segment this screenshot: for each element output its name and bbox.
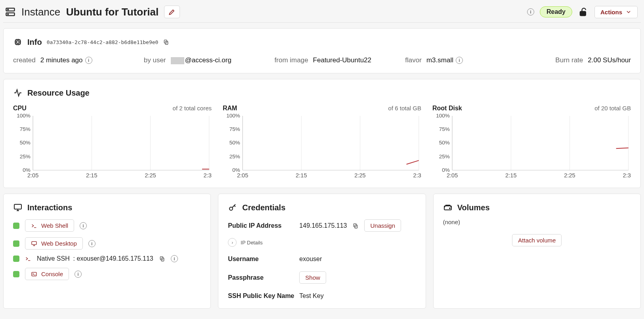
svg-text:100%: 100% bbox=[436, 113, 450, 119]
chart-sub: of 2 total cores bbox=[173, 105, 212, 112]
chart-sub: of 20 total GB bbox=[594, 105, 631, 112]
interaction-row: Console i bbox=[13, 268, 201, 280]
copy-ip-icon[interactable] bbox=[352, 223, 359, 229]
svg-point-2 bbox=[8, 9, 8, 10]
interactions-card: Interactions Web Shell i Web Desktop i N… bbox=[3, 194, 211, 309]
svg-text:25%: 25% bbox=[439, 154, 450, 160]
key-icon bbox=[228, 203, 237, 212]
svg-text:2:15: 2:15 bbox=[86, 172, 97, 179]
svg-text:2:25: 2:25 bbox=[564, 172, 575, 179]
svg-text:50%: 50% bbox=[20, 140, 31, 146]
ip-details-toggle[interactable]: › IP Details bbox=[228, 238, 416, 247]
page-title: Instance Ubuntu for Tutorial bbox=[21, 6, 159, 18]
info-icon[interactable]: i bbox=[85, 57, 92, 64]
status-dot bbox=[13, 240, 19, 247]
monitor-icon bbox=[13, 203, 23, 212]
chart-sub: of 6 total GB bbox=[388, 105, 421, 112]
web-desktop-icon bbox=[31, 240, 37, 247]
chevron-down-icon bbox=[625, 9, 632, 15]
volumes-title: Volumes bbox=[457, 203, 490, 212]
unlock-icon[interactable] bbox=[578, 6, 589, 17]
unassign-ip-button[interactable]: Unassign bbox=[364, 219, 401, 232]
svg-rect-5 bbox=[15, 40, 20, 44]
attach-volume-button[interactable]: Attach volume bbox=[512, 234, 562, 246]
status-dot bbox=[13, 256, 19, 262]
actions-menu-button[interactable]: Actions bbox=[594, 6, 638, 18]
svg-text:2:15: 2:15 bbox=[296, 172, 307, 179]
svg-text:75%: 75% bbox=[439, 127, 450, 133]
interaction-row: Native SSH : exouser@149.165.175.113 i bbox=[13, 255, 201, 262]
user-field: by user @access-ci.org bbox=[144, 56, 275, 64]
status-badge: Ready bbox=[540, 6, 572, 17]
web-shell-icon bbox=[31, 223, 37, 229]
instance-name: Ubuntu for Tutorial bbox=[66, 6, 159, 18]
info-icon[interactable]: i bbox=[88, 240, 96, 247]
svg-rect-55 bbox=[32, 241, 36, 244]
svg-text:25%: 25% bbox=[229, 154, 240, 160]
svg-point-63 bbox=[449, 208, 450, 209]
svg-text:2:15: 2:15 bbox=[505, 172, 516, 179]
info-title: Info bbox=[27, 38, 42, 47]
svg-text:50%: 50% bbox=[229, 140, 240, 146]
svg-text:75%: 75% bbox=[20, 127, 31, 133]
edit-name-button[interactable] bbox=[164, 6, 180, 18]
chevron-right-icon: › bbox=[228, 238, 237, 247]
chart-root-disk: Root Disk of 20 total GB 100%75%50%25%0%… bbox=[432, 105, 631, 179]
username-redacted bbox=[171, 57, 184, 64]
passphrase-label: Passphrase bbox=[228, 274, 299, 281]
credentials-title: Credentials bbox=[242, 203, 285, 212]
svg-text:2:25: 2:25 bbox=[145, 172, 156, 179]
console-icon bbox=[31, 271, 37, 277]
native-ssh-line: Native SSH : exouser@149.165.175.113 bbox=[37, 255, 153, 262]
chart-name: CPU bbox=[13, 105, 27, 112]
sshkey-label: SSH Public Key Name bbox=[228, 292, 299, 300]
interaction-row: Web Desktop i bbox=[13, 237, 201, 250]
info-card: Info 0a73340a-2c78-44c2-a882-b6d8e11be9e… bbox=[3, 28, 641, 73]
svg-text:2:35: 2:35 bbox=[413, 172, 421, 179]
svg-text:2:05: 2:05 bbox=[27, 172, 38, 179]
volumes-card: Volumes (none) Attach volume bbox=[433, 194, 641, 309]
show-passphrase-button[interactable]: Show bbox=[299, 271, 326, 284]
svg-text:2:05: 2:05 bbox=[237, 172, 248, 179]
copy-id-icon[interactable] bbox=[163, 39, 169, 45]
disk-icon bbox=[443, 203, 453, 212]
info-icon[interactable]: i bbox=[80, 222, 87, 229]
burn-rate-field: Burn rate 2.00 SUs/hour bbox=[555, 56, 631, 64]
interaction-row: Web Shell i bbox=[13, 219, 201, 232]
interaction-web-shell-button[interactable]: Web Shell bbox=[25, 219, 74, 232]
svg-text:75%: 75% bbox=[229, 127, 240, 133]
interaction-console-button[interactable]: Console bbox=[25, 268, 69, 280]
svg-text:100%: 100% bbox=[226, 113, 240, 119]
image-field: from image Featured-Ubuntu22 bbox=[275, 56, 405, 64]
info-icon[interactable]: i bbox=[456, 57, 463, 64]
chart-name: Root Disk bbox=[432, 105, 462, 112]
svg-text:50%: 50% bbox=[439, 140, 450, 146]
chart-name: RAM bbox=[223, 105, 237, 112]
ip-label: Public IP Address bbox=[228, 222, 299, 229]
info-icon[interactable]: i bbox=[171, 255, 178, 262]
info-icon[interactable]: i bbox=[75, 271, 82, 278]
interaction-web-desktop-button[interactable]: Web Desktop bbox=[25, 237, 83, 250]
ip-value: 149.165.175.113 bbox=[299, 222, 347, 229]
svg-text:2:05: 2:05 bbox=[447, 172, 458, 179]
info-icon[interactable]: i bbox=[527, 8, 534, 15]
copy-ssh-icon[interactable] bbox=[159, 256, 165, 262]
svg-point-3 bbox=[8, 14, 8, 15]
page-header: Instance Ubuntu for Tutorial i Ready Act… bbox=[3, 3, 641, 23]
svg-text:25%: 25% bbox=[20, 154, 31, 160]
credentials-card: Credentials Public IP Address 149.165.17… bbox=[218, 194, 426, 309]
interactions-title: Interactions bbox=[27, 203, 72, 212]
sshkey-value: Test Key bbox=[299, 292, 416, 300]
username-value: exouser bbox=[299, 256, 416, 263]
svg-rect-58 bbox=[32, 272, 36, 276]
svg-text:100%: 100% bbox=[17, 113, 31, 119]
created-field: created 2 minutes ago i bbox=[13, 56, 144, 64]
svg-text:2:35: 2:35 bbox=[623, 172, 631, 179]
svg-rect-54 bbox=[14, 204, 21, 209]
chart-ram: RAM of 6 total GB 100%75%50%25%0%2:052:1… bbox=[223, 105, 421, 179]
usage-title: Resource Usage bbox=[27, 88, 90, 98]
volumes-empty: (none) bbox=[443, 219, 631, 225]
activity-icon bbox=[13, 88, 23, 98]
svg-text:2:35: 2:35 bbox=[204, 172, 212, 179]
instance-icon bbox=[5, 6, 16, 17]
